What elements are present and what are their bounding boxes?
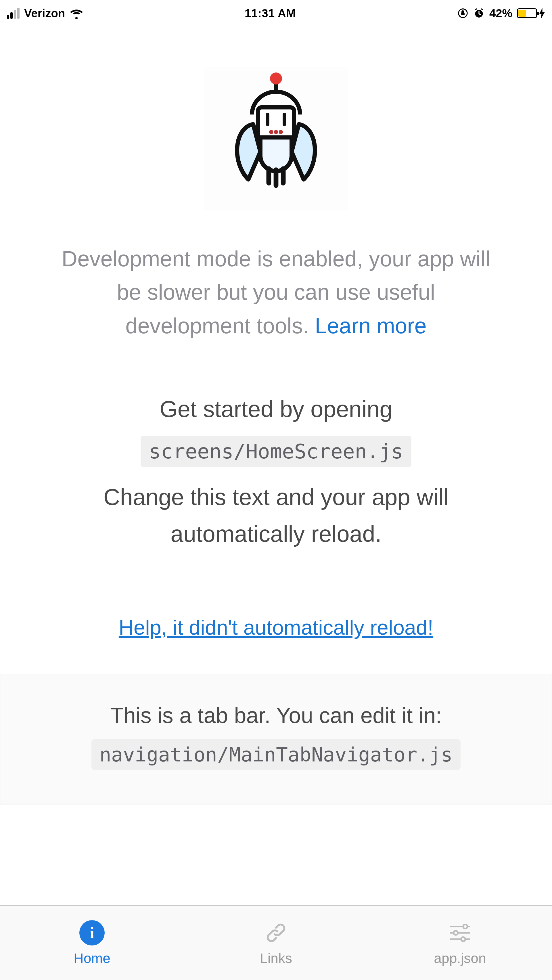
- tab-navigator-path-chip: navigation/MainTabNavigator.js: [91, 739, 461, 770]
- status-bar: Verizon 11:31 AM 42%: [0, 0, 552, 27]
- status-right: 42%: [457, 7, 545, 20]
- svg-point-7: [269, 130, 274, 134]
- signal-strength-icon: [7, 8, 19, 19]
- svg-point-3: [270, 72, 282, 84]
- svg-point-8: [274, 130, 278, 134]
- tab-home-label: Home: [73, 950, 110, 966]
- battery-icon: [517, 8, 545, 19]
- ios-screen: Verizon 11:31 AM 42%: [0, 0, 552, 980]
- status-time: 11:31 AM: [245, 7, 296, 20]
- link-icon: [263, 920, 289, 946]
- home-screen-path-chip: screens/HomeScreen.js: [141, 436, 411, 467]
- charging-bolt-icon: [539, 8, 545, 19]
- help-reload-link[interactable]: Help, it didn't automatically reload!: [119, 616, 433, 639]
- auto-reload-text: Change this text and your app will autom…: [0, 479, 552, 552]
- tab-links[interactable]: Links: [184, 906, 368, 980]
- tab-bar: i Home Links: [0, 905, 552, 980]
- tab-appjson-label: app.json: [434, 950, 486, 966]
- svg-point-13: [463, 924, 468, 929]
- tab-appjson[interactable]: app.json: [368, 906, 552, 980]
- status-left: Verizon: [7, 6, 83, 20]
- development-mode-text: Development mode is enabled, your app wi…: [0, 242, 552, 342]
- alarm-icon: [473, 8, 485, 19]
- get-started-section: Get started by opening screens/HomeScree…: [0, 391, 552, 552]
- tab-home[interactable]: i Home: [0, 906, 184, 980]
- rotation-lock-icon: [457, 8, 469, 19]
- tab-links-label: Links: [260, 950, 292, 966]
- settings-sliders-icon: [447, 920, 473, 946]
- info-circle-icon: i: [79, 920, 105, 946]
- expo-robot-logo: [204, 67, 348, 210]
- carrier-label: Verizon: [24, 7, 65, 20]
- home-screen-content: Development mode is enabled, your app wi…: [0, 27, 552, 905]
- wifi-icon: [70, 6, 83, 20]
- tab-bar-hint-panel: This is a tab bar. You can edit it in: n…: [0, 674, 552, 805]
- learn-more-link[interactable]: Learn more: [315, 313, 427, 338]
- svg-point-15: [461, 937, 466, 941]
- tab-bar-hint-line: This is a tab bar. You can edit it in:: [35, 703, 517, 728]
- get-started-line: Get started by opening: [0, 391, 552, 427]
- battery-percent: 42%: [489, 7, 512, 20]
- svg-point-14: [454, 931, 458, 935]
- svg-point-9: [278, 130, 283, 134]
